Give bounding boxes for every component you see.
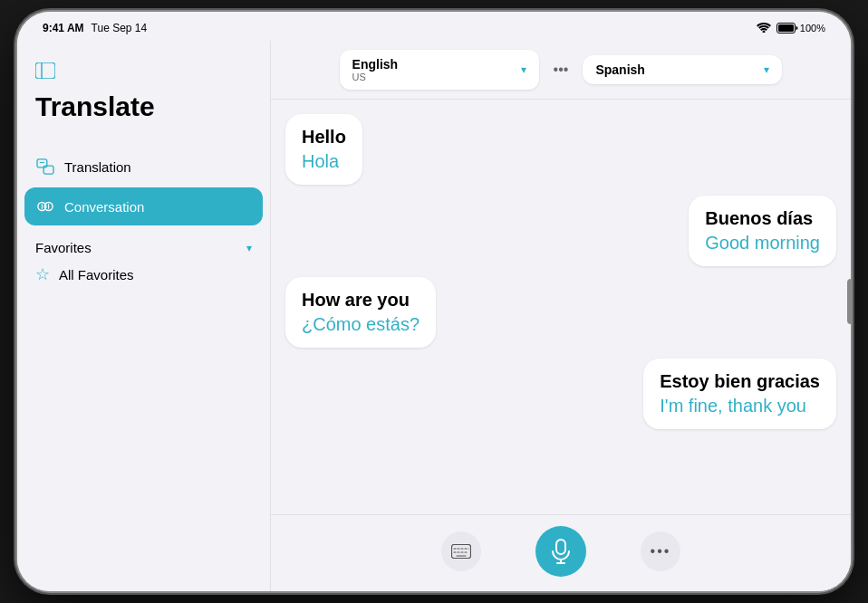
sidebar-header: Translate [17,55,270,148]
favorites-label: Favorites [35,240,92,255]
message-original-text: Hello [302,127,346,148]
status-date: Tue Sep 14 [92,22,148,34]
ipad-device: 9:41 AM Tue Sep 14 100% [17,12,851,591]
svg-rect-2 [778,24,794,32]
message-translation-text: Good morning [705,233,820,254]
battery-icon: 100% [776,23,825,34]
star-icon: ☆ [35,264,50,284]
sidebar-item-translation[interactable]: Translation [24,148,263,186]
sidebar-favorites-section: Favorites ▾ ☆ All Favorites [17,225,270,297]
message-bubble[interactable]: How are you ¿Cómo estás? [285,277,436,348]
conversation-icon [35,196,55,216]
favorites-chevron-icon: ▾ [246,242,252,254]
message-translation-text: Hola [302,151,346,172]
sidebar-item-conversation[interactable]: Conversation [24,187,263,225]
sidebar: Translate Translation [17,41,271,591]
more-dots-icon: ••• [651,543,671,560]
status-right: 100% [757,22,825,35]
main-content: Translate Translation [17,41,851,591]
source-language-region: US [352,72,514,82]
message-translation-text: ¿Cómo estás? [302,314,420,335]
side-button [847,279,851,324]
keyboard-button[interactable] [441,531,481,571]
message-bubble[interactable]: Buenos días Good morning [689,196,836,266]
source-language-selector[interactable]: English US ▾ [340,50,539,90]
language-bar: English US ▾ ••• Spanish ▾ [271,41,851,100]
message-original-text: Estoy bien gracias [660,371,820,392]
conversation-area: English US ▾ ••• Spanish ▾ Hello [271,41,851,591]
message-original-text: How are you [302,290,420,311]
svg-rect-3 [35,62,55,79]
wifi-icon [757,22,771,35]
sidebar-title: Translate [35,91,252,122]
all-favorites-item[interactable]: ☆ All Favorites [35,255,252,293]
sidebar-nav: Translation Conversation [17,148,270,225]
svg-point-0 [762,30,765,33]
more-button[interactable]: ••• [641,531,680,571]
bottom-bar: ••• [271,514,851,591]
sidebar-toggle-icon[interactable] [35,62,252,82]
message-translation-text: I'm fine, thank you [660,396,820,416]
source-chevron-icon: ▾ [521,63,526,76]
status-time: 9:41 AM [43,22,84,34]
translation-label: Translation [64,159,131,175]
target-language-text: Spanish [595,62,757,77]
source-language-name: English [352,57,514,72]
translation-icon [35,157,55,177]
message-original-text: Buenos días [705,208,820,229]
target-chevron-icon: ▾ [764,63,769,76]
svg-rect-23 [556,540,565,554]
target-language-selector[interactable]: Spanish ▾ [583,55,782,84]
messages-area: Hello Hola Buenos días Good morning How … [271,100,851,514]
target-language-name: Spanish [595,62,757,77]
favorites-header[interactable]: Favorites ▾ [35,240,252,255]
source-language-text: English US [352,57,514,82]
status-bar: 9:41 AM Tue Sep 14 100% [17,12,851,41]
message-bubble[interactable]: Estoy bien gracias I'm fine, thank you [643,359,836,429]
battery-pct: 100% [800,23,825,34]
microphone-button[interactable] [535,526,586,577]
conversation-label: Conversation [64,199,144,215]
language-bar-dots[interactable]: ••• [546,62,576,78]
all-favorites-label: All Favorites [59,267,134,282]
message-bubble[interactable]: Hello Hola [285,114,362,185]
